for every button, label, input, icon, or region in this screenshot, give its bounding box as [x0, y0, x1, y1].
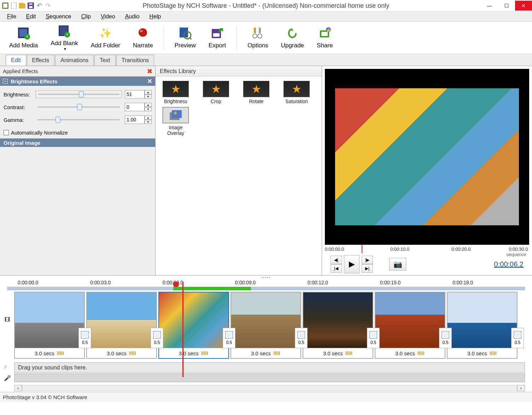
main-content: Applied Effects ✖ − Brightness Effects ✕… — [0, 66, 532, 275]
contrast-spinner[interactable]: ▲▼ — [145, 103, 152, 111]
narrate-icon — [136, 26, 150, 40]
transition-4[interactable]: 0.5 — [295, 328, 308, 348]
star-icon: ★ — [203, 81, 229, 97]
next-frame-button[interactable]: |▶ — [362, 256, 373, 264]
svg-rect-6 — [29, 6, 33, 8]
menu-sequence[interactable]: Sequence — [41, 13, 75, 20]
preview-playhead[interactable] — [362, 245, 362, 253]
preview-panel: 0:00:00.0 0:00:10.0 0:00:20.0 0:00:30.0 … — [322, 66, 532, 275]
brightness-slider[interactable] — [35, 90, 122, 98]
transition-5[interactable]: 0.5 — [367, 328, 380, 348]
music-note-icon: ♪ — [4, 363, 7, 370]
original-image-header[interactable]: Original Image — [0, 138, 155, 147]
upgrade-button[interactable]: Upgrade — [275, 25, 310, 51]
effect-rotate[interactable]: ★Rotate — [240, 81, 272, 104]
redo-icon[interactable]: ↷ — [44, 2, 52, 10]
maximize-button[interactable]: ☐ — [498, 1, 515, 11]
contrast-value[interactable]: 0 — [125, 103, 145, 111]
undo-icon[interactable]: ↶ — [35, 2, 43, 10]
clip-3[interactable]: 3.0 secs 0.5 — [158, 292, 229, 359]
go-start-button[interactable]: |◀ — [331, 264, 342, 273]
tab-edit[interactable]: Edit — [6, 55, 26, 66]
share-button[interactable]: 👍 Share — [310, 25, 339, 51]
toolbar-separator — [236, 25, 237, 50]
new-icon[interactable] — [10, 2, 18, 10]
tab-transitions[interactable]: Transitions — [116, 55, 154, 66]
tab-text[interactable]: Text — [94, 55, 115, 66]
transition-2[interactable]: 0.5 — [151, 328, 163, 348]
options-button[interactable]: Options — [241, 25, 275, 51]
scroll-left-button[interactable]: ‹ — [14, 385, 22, 391]
remove-effect-icon[interactable]: ✕ — [147, 77, 152, 85]
menu-help[interactable]: Help — [145, 13, 165, 20]
contrast-slider[interactable] — [35, 103, 122, 111]
applied-effects-panel: Applied Effects ✖ − Brightness Effects ✕… — [0, 66, 156, 275]
effect-crop[interactable]: ★Crop — [200, 81, 232, 104]
transition-icon — [225, 331, 233, 339]
gamma-row: Gamma: 1.00 ▲▼ — [4, 113, 152, 126]
gamma-spinner[interactable]: ▲▼ — [145, 115, 152, 124]
transition-1[interactable]: 0.5 — [78, 328, 91, 348]
add-blank-button[interactable]: + Add Blank▼ — [44, 23, 84, 52]
open-icon[interactable] — [18, 2, 26, 10]
preview-icon — [179, 26, 192, 40]
clip-6[interactable]: 3.0 secs 0.5 — [375, 292, 445, 359]
go-end-button[interactable]: ▶| — [362, 264, 373, 273]
effect-image-overlay[interactable]: Image Overlay — [160, 107, 192, 136]
menu-audio[interactable]: Audio — [121, 13, 144, 20]
auto-normalize-row[interactable]: Automatically Normalize — [0, 128, 155, 138]
auto-normalize-checkbox[interactable] — [4, 130, 9, 135]
menu-clip[interactable]: Clip — [77, 13, 95, 20]
export-button[interactable]: Export — [202, 25, 232, 51]
preview-ruler[interactable]: 0:00:00.0 0:00:10.0 0:00:20.0 0:00:30.0 — [325, 245, 529, 253]
effect-brightness[interactable]: ★Brightness — [160, 81, 192, 104]
svg-rect-24 — [259, 28, 261, 33]
clip-thumbnail — [448, 292, 517, 348]
scrollbar-track[interactable] — [22, 385, 517, 391]
brightness-effect-block: − Brightness Effects ✕ Brightness: 51 ▲▼… — [0, 77, 155, 138]
clip-1[interactable]: 3.0 secs 0.5 — [14, 292, 85, 359]
dropdown-arrow-icon[interactable]: ▼ — [63, 47, 67, 51]
minimize-button[interactable]: — — [481, 1, 498, 11]
tab-animations[interactable]: Animations — [55, 55, 94, 66]
preview-time[interactable]: 0:00:06.2 — [494, 260, 524, 268]
save-icon[interactable] — [27, 2, 35, 10]
clip-2[interactable]: 3.0 secs 0.5 — [86, 292, 157, 359]
preview-button[interactable]: Preview — [168, 25, 202, 51]
transition-6[interactable]: 0.5 — [439, 328, 452, 348]
prev-frame-button[interactable]: ◀| — [331, 256, 342, 264]
narration-track[interactable]: 🎤 — [14, 374, 525, 382]
transition-7[interactable]: 0.5 — [511, 328, 524, 348]
svg-rect-7 — [29, 3, 33, 5]
gamma-value[interactable]: 1.00 — [125, 115, 145, 124]
narrate-button[interactable]: Narrate — [127, 25, 159, 51]
clip-7[interactable]: 3.0 secs 0.5 — [447, 292, 518, 359]
add-media-button[interactable]: + Add Media — [3, 25, 44, 51]
panel-resize-handle[interactable]: ••••• — [0, 275, 532, 278]
brightness-spinner[interactable]: ▲▼ — [145, 90, 152, 99]
clip-thumbnail — [15, 292, 84, 348]
menu-file[interactable]: File — [3, 13, 21, 20]
clear-effects-icon[interactable]: ✖ — [147, 67, 152, 75]
effect-block-header[interactable]: − Brightness Effects ✕ — [0, 77, 155, 86]
play-button[interactable]: ▶ — [344, 255, 359, 273]
star-icon: ★ — [243, 81, 269, 97]
menu-video[interactable]: Video — [97, 13, 119, 20]
tab-effects[interactable]: Effects — [27, 55, 55, 66]
brightness-value[interactable]: 51 — [125, 90, 145, 99]
clip-5[interactable]: 3.0 secs 0.5 — [303, 292, 373, 359]
effect-saturation[interactable]: ★Saturation — [281, 81, 312, 104]
transition-3[interactable]: 0.5 — [223, 328, 235, 348]
video-track-icon: 🎞 — [3, 315, 11, 324]
clip-4[interactable]: 3.0 secs 0.5 — [230, 292, 301, 359]
menu-edit[interactable]: Edit — [22, 13, 40, 20]
collapse-icon[interactable]: − — [3, 79, 8, 84]
add-folder-button[interactable]: ✨ Add Folder — [84, 25, 127, 51]
close-button[interactable]: ✕ — [515, 1, 532, 11]
scroll-right-button[interactable]: › — [517, 385, 525, 391]
gamma-slider[interactable] — [35, 116, 122, 124]
timeline-ruler[interactable]: 0:00:00.0 0:00:03.0 0:00:06.0 0:00:09.0 … — [0, 278, 532, 287]
sound-track[interactable]: ♪ Drag your sound clips here. — [14, 362, 525, 373]
snapshot-button[interactable]: 📷 — [389, 258, 406, 271]
timeline-scrollbar[interactable]: ‹ › — [14, 384, 525, 392]
